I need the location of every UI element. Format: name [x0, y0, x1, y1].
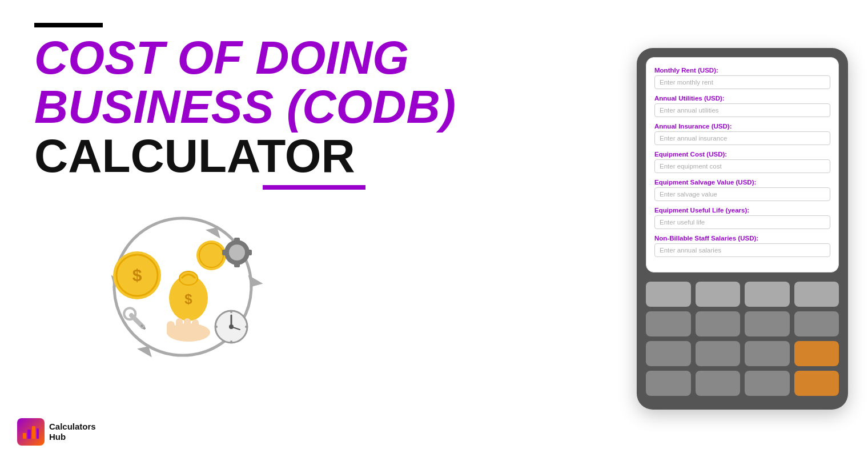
svg-text:$: $ [184, 291, 192, 307]
calculator-screen: Monthly Rent (USD):Annual Utilities (USD… [646, 57, 839, 272]
key-10[interactable] [696, 341, 741, 366]
title-line1: COST OF DOING [34, 33, 594, 82]
field-label-4: Equipment Salvage Value (USD): [654, 179, 830, 186]
field-input-4[interactable] [654, 187, 830, 201]
field-input-3[interactable] [654, 159, 830, 173]
key-equals-bottom[interactable] [794, 371, 839, 396]
field-group-3: Equipment Cost (USD): [654, 151, 830, 173]
field-input-0[interactable] [654, 75, 830, 89]
field-group-5: Equipment Useful Life (years): [654, 207, 830, 229]
key-13[interactable] [696, 371, 741, 396]
svg-rect-36 [27, 430, 31, 439]
svg-text:$: $ [132, 266, 142, 284]
field-input-1[interactable] [654, 103, 830, 117]
svg-rect-14 [234, 238, 240, 243]
svg-rect-35 [23, 433, 26, 439]
key-12[interactable] [646, 371, 691, 396]
svg-marker-1 [244, 275, 263, 291]
field-group-4: Equipment Salvage Value (USD): [654, 179, 830, 201]
title-bar-decoration [34, 23, 103, 27]
field-group-1: Annual Utilities (USD): [654, 95, 830, 117]
key-5[interactable] [646, 311, 691, 336]
key-equals-top[interactable] [794, 341, 839, 366]
svg-rect-38 [37, 428, 39, 439]
key-1[interactable] [646, 282, 691, 307]
logo-text: Calculators Hub [49, 422, 96, 442]
svg-point-30 [245, 326, 247, 328]
key-14[interactable] [745, 371, 790, 396]
svg-rect-37 [32, 426, 35, 439]
key-8[interactable] [794, 311, 839, 336]
field-group-2: Annual Insurance (USD): [654, 123, 830, 145]
key-6[interactable] [696, 311, 741, 336]
svg-rect-21 [184, 318, 191, 335]
fields-container: Monthly Rent (USD):Annual Utilities (USD… [654, 67, 830, 257]
svg-rect-16 [246, 250, 252, 255]
left-section: COST OF DOING BUSINESS (CODB) CALCULATOR [0, 0, 628, 457]
key-7[interactable] [745, 311, 790, 336]
keypad [646, 282, 839, 396]
field-input-5[interactable] [654, 215, 830, 229]
svg-point-29 [215, 326, 218, 328]
svg-point-27 [230, 311, 232, 313]
title-line2: BUSINESS (CODB) [34, 82, 594, 131]
right-section: Monthly Rent (USD):Annual Utilities (USD… [628, 0, 868, 457]
field-label-0: Monthly Rent (USD): [654, 67, 830, 74]
field-input-2[interactable] [654, 131, 830, 145]
field-input-6[interactable] [654, 243, 830, 257]
svg-point-11 [199, 243, 223, 267]
illustration-area: $ $ [69, 207, 594, 367]
svg-rect-19 [167, 321, 175, 336]
field-label-6: Non-Billable Staff Salaries (USD): [654, 235, 830, 242]
field-group-0: Monthly Rent (USD): [654, 67, 830, 89]
field-group-6: Non-Billable Staff Salaries (USD): [654, 235, 830, 257]
svg-rect-17 [222, 250, 228, 255]
field-label-3: Equipment Cost (USD): [654, 151, 830, 158]
key-11[interactable] [745, 341, 790, 366]
field-label-2: Annual Insurance (USD): [654, 123, 830, 130]
business-illustration: $ $ [69, 207, 297, 367]
svg-rect-31 [128, 312, 146, 330]
key-3[interactable] [745, 282, 790, 307]
svg-rect-22 [192, 319, 199, 335]
key-2[interactable] [696, 282, 741, 307]
calculator: Monthly Rent (USD):Annual Utilities (USD… [637, 48, 848, 410]
field-label-5: Equipment Useful Life (years): [654, 207, 830, 214]
key-4[interactable] [794, 282, 839, 307]
svg-point-28 [230, 340, 232, 343]
svg-rect-15 [234, 262, 240, 267]
underline-decoration [263, 185, 365, 190]
key-9[interactable] [646, 341, 691, 366]
field-label-1: Annual Utilities (USD): [654, 95, 830, 102]
svg-point-13 [229, 244, 245, 260]
logo-icon [17, 418, 45, 446]
svg-rect-20 [176, 318, 183, 335]
logo-area: Calculators Hub [17, 418, 96, 446]
title-line3: CALCULATOR [34, 131, 594, 181]
